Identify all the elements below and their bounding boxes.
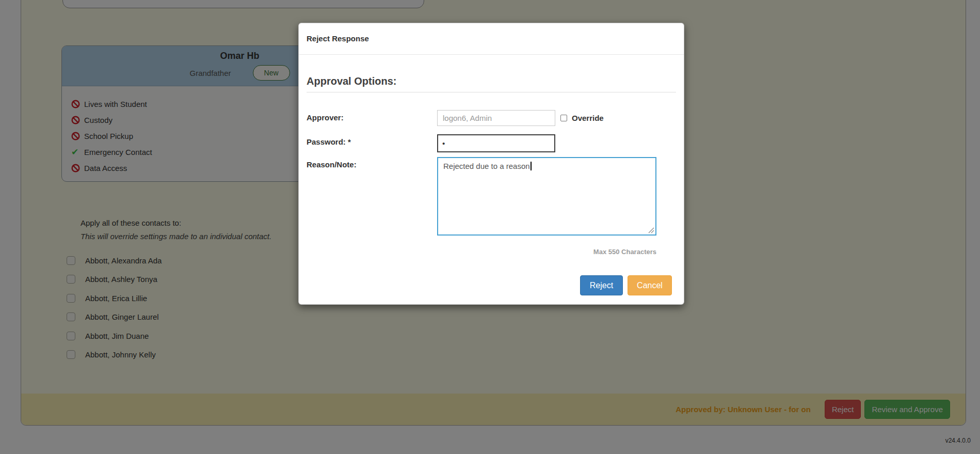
override-option: Override <box>560 110 604 122</box>
max-characters-note: Max 550 Characters <box>307 248 656 256</box>
dialog-buttons: Reject Cancel <box>307 275 672 295</box>
password-label: Password: * <box>307 134 437 146</box>
reject-response-dialog: Reject Response Approval Options: Approv… <box>298 23 684 305</box>
reason-text: Rejected due to a reason <box>443 162 530 170</box>
dialog-reject-button[interactable]: Reject <box>580 275 623 295</box>
dialog-body: Approval Options: Approver: Override Pas… <box>299 75 684 295</box>
resize-handle-icon[interactable] <box>648 227 654 233</box>
reason-row: Reason/Note: Rejected due to a reason <box>307 157 676 236</box>
reason-textarea[interactable]: Rejected due to a reason <box>437 157 656 236</box>
approver-row: Approver: Override <box>307 110 676 126</box>
approval-options-heading: Approval Options: <box>307 75 676 87</box>
approver-label: Approver: <box>307 110 437 122</box>
password-row: Password: * <box>307 134 676 152</box>
dialog-cancel-button[interactable]: Cancel <box>628 275 672 295</box>
override-label: Override <box>572 114 604 122</box>
dialog-header: Reject Response <box>299 23 684 55</box>
override-checkbox[interactable] <box>560 115 567 121</box>
approver-input[interactable] <box>437 110 555 126</box>
reason-label: Reason/Note: <box>307 157 437 169</box>
section-divider <box>307 92 676 92</box>
password-input[interactable] <box>437 134 555 152</box>
dialog-title: Reject Response <box>307 34 369 43</box>
text-caret <box>531 162 532 170</box>
